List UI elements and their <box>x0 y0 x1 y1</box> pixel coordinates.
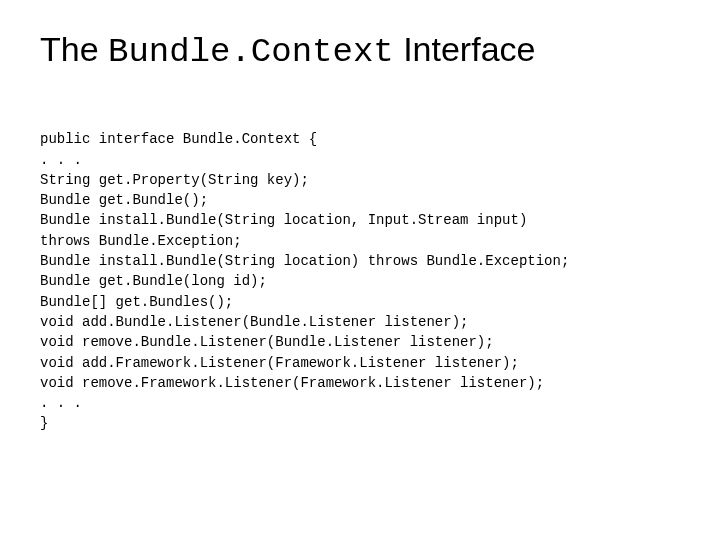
code-line: void add.Framework.Listener(Framework.Li… <box>40 355 519 371</box>
code-line: Bundle install.Bundle(String location, I… <box>40 212 527 228</box>
slide-title: The Bundle.Context Interface <box>40 30 680 71</box>
code-line: Bundle get.Bundle(long id); <box>40 273 267 289</box>
code-line: } <box>40 415 48 431</box>
code-line: void remove.Framework.Listener(Framework… <box>40 375 544 391</box>
title-code: Bundle.Context <box>108 33 394 71</box>
title-word-2: Interface <box>394 30 536 68</box>
code-line: void remove.Bundle.Listener(Bundle.Liste… <box>40 334 494 350</box>
code-line: Bundle get.Bundle(); <box>40 192 208 208</box>
code-line: public interface Bundle.Context { <box>40 131 317 147</box>
code-line: Bundle install.Bundle(String location) t… <box>40 253 569 269</box>
code-line: . . . <box>40 152 82 168</box>
code-line: Bundle[] get.Bundles(); <box>40 294 233 310</box>
code-line: . . . <box>40 395 82 411</box>
code-line: void add.Bundle.Listener(Bundle.Listener… <box>40 314 468 330</box>
code-line: String get.Property(String key); <box>40 172 309 188</box>
code-line: throws Bundle.Exception; <box>40 233 242 249</box>
code-block: public interface Bundle.Context { . . . … <box>40 109 680 434</box>
title-word-1: The <box>40 30 108 68</box>
